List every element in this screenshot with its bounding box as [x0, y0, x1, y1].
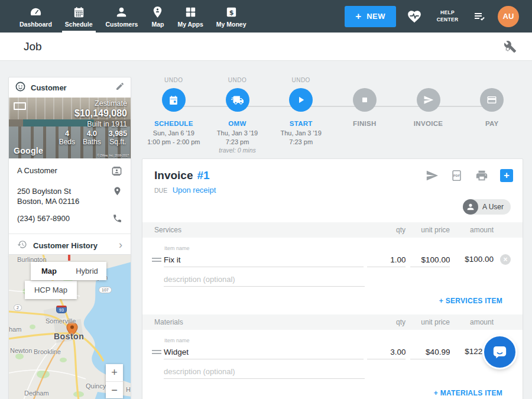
drag-handle-icon[interactable]: [152, 348, 163, 354]
qty-input[interactable]: [367, 345, 406, 359]
chat-bubble-button[interactable]: [484, 336, 515, 368]
print-icon[interactable]: [475, 169, 488, 182]
nav-item-customers[interactable]: Customers: [99, 0, 145, 33]
chat-bubble-icon: [492, 344, 508, 360]
item-description-input[interactable]: [164, 273, 365, 287]
map-zoom-out-button[interactable]: −: [106, 381, 123, 398]
schedule-step-icon[interactable]: [162, 88, 186, 112]
built-year: Built in 1911: [59, 120, 127, 128]
customer-face-icon: [15, 81, 26, 95]
delete-item-icon[interactable]: ×: [500, 254, 511, 265]
due-value-link[interactable]: Upon receipt: [173, 186, 216, 194]
add-materials-item-link[interactable]: + MATERIALS ITEM: [434, 389, 502, 397]
timeline-step-invoice: INVOICE: [397, 77, 460, 158]
map-label: Boston: [54, 332, 84, 341]
user-silhouette-icon: [463, 199, 478, 215]
customer-address: 250 Boylston StBoston, MA 02116: [17, 186, 112, 206]
phone-icon[interactable]: [112, 213, 122, 226]
item-name-label: Item name: [164, 338, 364, 343]
help-center-link[interactable]: HELP CENTER: [433, 9, 462, 23]
beds-value: 4: [59, 129, 75, 138]
nav-item-schedule[interactable]: Schedule: [59, 0, 99, 33]
svg-text:$: $: [229, 8, 233, 16]
route-badge: 93: [56, 306, 67, 313]
add-services-item-link[interactable]: + SERVICES ITEM: [439, 297, 502, 305]
map-zoom-in-button[interactable]: +: [106, 364, 123, 381]
start-play-icon[interactable]: [289, 88, 313, 112]
user-avatar[interactable]: AU: [498, 6, 519, 27]
unit-price-column-header: unit price: [410, 226, 450, 234]
location-pin-icon[interactable]: [112, 186, 122, 199]
pay-card-icon[interactable]: [480, 88, 504, 112]
due-label: DUE: [154, 187, 167, 194]
task-list-icon[interactable]: [473, 9, 487, 24]
hcp-map-button[interactable]: HCP Map: [25, 281, 77, 299]
nav-label: My Apps: [177, 21, 203, 28]
invoice-number[interactable]: #1: [197, 169, 209, 182]
timeline-step-pay: PAY: [460, 77, 524, 158]
add-invoice-button[interactable]: +: [500, 169, 513, 182]
map-type-map-button[interactable]: Map: [31, 262, 67, 280]
baths-label: Baths: [83, 138, 101, 146]
amount-column-header: amount: [450, 226, 494, 234]
map-card[interactable]: Burlington Lynn Somerville ham Boston Ne…: [8, 254, 131, 399]
invoice-send-icon[interactable]: [417, 88, 440, 112]
undo-link[interactable]: UNDO: [228, 77, 246, 83]
qty-column-header: qty: [367, 226, 406, 234]
streetview-frame-icon[interactable]: [14, 102, 26, 110]
customer-name: A Customer: [17, 166, 111, 176]
map-label: Hi: [126, 386, 131, 393]
health-heart-icon[interactable]: [407, 9, 422, 24]
zillow-copyright: © Zillow, Inc. 2006-2017: [97, 154, 129, 157]
customer-phone: (234) 567-8900: [17, 213, 112, 223]
customer-card-title: Customer: [31, 83, 115, 92]
nav-item-my-money[interactable]: $ My Money: [210, 0, 253, 33]
route-badge: 2: [14, 304, 22, 311]
history-clock-icon: [17, 239, 27, 252]
nav-label: Map: [151, 21, 164, 28]
item-name-input[interactable]: [164, 253, 364, 267]
map-type-hybrid-button[interactable]: Hybrid: [67, 262, 106, 280]
contact-card-icon[interactable]: [111, 166, 122, 179]
assigned-user-pill[interactable]: A User: [463, 199, 511, 215]
grid-icon: [184, 5, 197, 19]
send-invoice-icon[interactable]: [426, 169, 439, 182]
unit-price-column-header: unit price: [410, 318, 450, 326]
job-timeline: UNDO SCHEDULE Sun, Jan 6 '191:00 pm - 2:…: [142, 77, 524, 158]
timeline-step-finish: FINISH: [333, 77, 397, 158]
undo-link[interactable]: UNDO: [164, 77, 183, 83]
unit-price-input[interactable]: [410, 253, 450, 267]
new-button[interactable]: + NEW: [345, 6, 396, 27]
qty-input[interactable]: [367, 253, 406, 267]
drag-handle-icon[interactable]: [152, 256, 163, 262]
nav-item-map[interactable]: Map: [144, 0, 171, 33]
map-label: ham: [9, 326, 21, 333]
nav-label: Schedule: [65, 21, 93, 28]
undo-link[interactable]: UNDO: [291, 77, 310, 83]
nav-item-dashboard[interactable]: Dashboard: [13, 0, 59, 33]
services-section-header: Services qty unit price amount: [142, 222, 523, 238]
nav-label: Customers: [106, 21, 138, 28]
edit-pencil-icon[interactable]: [115, 82, 125, 93]
qty-column-header: qty: [367, 318, 406, 326]
pdf-icon[interactable]: PDF: [450, 169, 463, 182]
job-settings-icon[interactable]: [504, 40, 517, 53]
line-amount: $100.00: [450, 255, 494, 264]
item-name-label: Item name: [164, 245, 364, 251]
amount-column-header: amount: [450, 318, 494, 326]
omw-truck-icon[interactable]: [226, 88, 249, 112]
customer-card: Customer Zestimate $10,149,080 Built in …: [8, 77, 131, 257]
finish-stop-icon[interactable]: [353, 88, 377, 112]
svg-text:PDF: PDF: [453, 174, 460, 177]
chevron-right-icon: ›: [119, 239, 122, 250]
item-name-input[interactable]: [164, 345, 364, 359]
nav-item-my-apps[interactable]: My Apps: [171, 0, 209, 33]
map-label: Dedham: [24, 390, 49, 397]
item-description-input[interactable]: [164, 365, 365, 379]
customer-history-row[interactable]: Customer History ›: [17, 234, 122, 257]
invoice-card: Invoice #1 PDF + DUE Upon receipt A User: [142, 158, 523, 399]
unit-price-input[interactable]: [410, 345, 450, 359]
materials-section-header: Materials qty unit price amount: [142, 314, 523, 330]
zestimate-value: $10,149,080: [59, 108, 127, 119]
map-pin-icon: [151, 5, 164, 19]
